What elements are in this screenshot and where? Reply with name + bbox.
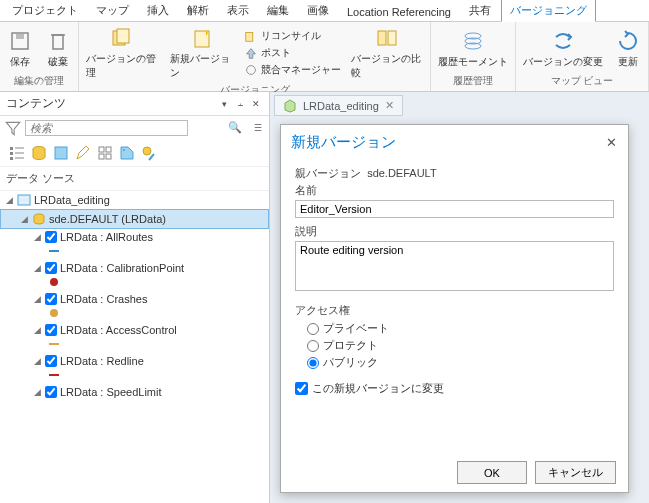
change-to-row[interactable]: この新規バージョンに変更 <box>295 381 614 396</box>
group-label-edit: 編集の管理 <box>4 73 74 89</box>
svg-rect-16 <box>10 152 13 155</box>
document-tab[interactable]: LRData_editing ✕ <box>274 95 403 116</box>
pin-icon[interactable]: ⫠ <box>233 97 247 111</box>
layer-row[interactable]: ◢LRData : AllRoutes <box>0 229 269 245</box>
ribbon-tab-0[interactable]: プロジェクト <box>4 0 86 21</box>
ribbon-tab-1[interactable]: マップ <box>88 0 137 21</box>
name-label: 名前 <box>295 183 614 198</box>
ribbon-tab-9[interactable]: バージョニング <box>501 0 596 22</box>
history-moment-button[interactable]: 履歴モーメント <box>435 27 511 71</box>
layer-symbol <box>48 338 60 350</box>
layer-checkbox[interactable] <box>45 355 57 367</box>
list-by-labeling-icon[interactable] <box>118 144 136 162</box>
layer-checkbox[interactable] <box>45 386 57 398</box>
search-icon[interactable]: 🔍 <box>228 121 242 134</box>
tree-root[interactable]: ◢LRData_editing <box>0 191 269 209</box>
svg-point-32 <box>50 309 58 317</box>
filter-icon[interactable] <box>4 119 22 137</box>
ribbon-tab-7[interactable]: Location Referencing <box>339 3 459 21</box>
name-input[interactable] <box>295 200 614 218</box>
list-by-source-icon[interactable] <box>30 144 48 162</box>
svg-rect-23 <box>106 147 111 152</box>
svg-rect-2 <box>53 35 63 49</box>
svg-rect-1 <box>16 34 24 39</box>
parent-label: 親バージョン <box>295 167 361 179</box>
layer-checkbox[interactable] <box>45 231 57 243</box>
access-private-row[interactable]: プライベート <box>307 320 614 337</box>
svg-marker-35 <box>285 100 295 112</box>
dropdown-icon[interactable]: ▾ <box>217 97 231 111</box>
svg-rect-18 <box>10 157 13 160</box>
layer-row[interactable]: ◢LRData : CalibrationPoint <box>0 260 269 276</box>
layer-symbol <box>48 245 60 257</box>
public-radio[interactable] <box>307 357 319 369</box>
layer-symbol <box>48 307 60 319</box>
ribbon-tab-8[interactable]: 共有 <box>461 0 499 21</box>
ribbon-tab-6[interactable]: 画像 <box>299 0 337 21</box>
layer-checkbox[interactable] <box>45 293 57 305</box>
conflict-button[interactable]: 競合マネージャー <box>243 62 342 78</box>
map-tab-icon <box>283 99 297 113</box>
close-icon[interactable]: ✕ <box>249 97 263 111</box>
menu-icon[interactable]: ☰ <box>251 121 265 135</box>
search-input[interactable] <box>25 120 188 136</box>
layer-row[interactable]: ◢LRData : SpeedLimit <box>0 384 269 400</box>
manage-label: バージョンの管理 <box>86 52 158 80</box>
layer-row[interactable]: ◢LRData : Redline <box>0 353 269 369</box>
dialog-title: 新規バージョン <box>291 133 602 152</box>
source-header: データ ソース <box>0 167 269 191</box>
reconcile-button[interactable]: リコンサイル <box>243 28 342 44</box>
cancel-button[interactable]: キャンセル <box>535 461 616 484</box>
list-by-editing-icon[interactable] <box>74 144 92 162</box>
discard-button[interactable]: 破棄 <box>42 27 74 71</box>
map-icon <box>17 193 31 207</box>
svg-rect-28 <box>18 195 30 205</box>
svg-rect-24 <box>99 154 104 159</box>
compare-label: バージョンの比較 <box>351 52 423 80</box>
svg-point-8 <box>246 66 255 75</box>
tree-default-version[interactable]: ◢sde.DEFAULT (LRData) <box>0 209 269 229</box>
refresh-button[interactable]: 更新 <box>612 27 644 71</box>
layer-checkbox[interactable] <box>45 324 57 336</box>
layer-row[interactable]: ◢LRData : AccessControl <box>0 322 269 338</box>
save-button[interactable]: 保存 <box>4 27 36 71</box>
svg-point-31 <box>50 278 58 286</box>
access-public-row[interactable]: パブリック <box>307 354 614 371</box>
svg-point-27 <box>143 147 151 155</box>
layer-row[interactable]: ◢LRData : Crashes <box>0 291 269 307</box>
list-by-time-icon[interactable] <box>140 144 158 162</box>
ribbon: 保存 破棄 編集の管理 バージョンの管理 新規バージョン リコンサイル ポスト … <box>0 22 649 92</box>
svg-rect-9 <box>378 31 386 45</box>
private-radio[interactable] <box>307 323 319 335</box>
tab-close-icon[interactable]: ✕ <box>385 99 394 112</box>
save-label: 保存 <box>10 55 30 69</box>
access-protected-row[interactable]: プロテクト <box>307 337 614 354</box>
svg-rect-21 <box>55 147 67 159</box>
ribbon-tab-4[interactable]: 表示 <box>219 0 257 21</box>
list-by-snapping-icon[interactable] <box>96 144 114 162</box>
compare-button[interactable]: バージョンの比較 <box>348 24 426 82</box>
layer-symbol <box>48 276 60 288</box>
change-label: バージョンの変更 <box>523 55 603 69</box>
new-version-dialog: 新規バージョン ✕ 親バージョン sde.DEFAULT 名前 説明 アクセス権… <box>280 124 629 493</box>
dialog-close-icon[interactable]: ✕ <box>604 136 618 150</box>
svg-rect-7 <box>245 33 252 42</box>
layer-tree: ◢LRData_editing ◢sde.DEFAULT (LRData) ◢L… <box>0 191 269 503</box>
ribbon-tab-5[interactable]: 編集 <box>259 0 297 21</box>
manage-versions-button[interactable]: バージョンの管理 <box>83 24 161 82</box>
ribbon-tab-3[interactable]: 解析 <box>179 0 217 21</box>
desc-input[interactable] <box>295 241 614 291</box>
moment-label: 履歴モーメント <box>438 55 508 69</box>
svg-rect-10 <box>388 31 396 45</box>
change-to-checkbox[interactable] <box>295 382 308 395</box>
ok-button[interactable]: OK <box>457 461 527 484</box>
list-by-selection-icon[interactable] <box>52 144 70 162</box>
change-version-button[interactable]: バージョンの変更 <box>520 27 606 71</box>
post-button[interactable]: ポスト <box>243 45 342 61</box>
new-version-button[interactable]: 新規バージョン <box>167 24 236 82</box>
layer-checkbox[interactable] <box>45 262 57 274</box>
ribbon-tab-2[interactable]: 挿入 <box>139 0 177 21</box>
list-by-drawing-icon[interactable] <box>8 144 26 162</box>
protected-radio[interactable] <box>307 340 319 352</box>
ribbon-tabs: プロジェクトマップ挿入解析表示編集画像Location Referencing共… <box>0 0 649 22</box>
